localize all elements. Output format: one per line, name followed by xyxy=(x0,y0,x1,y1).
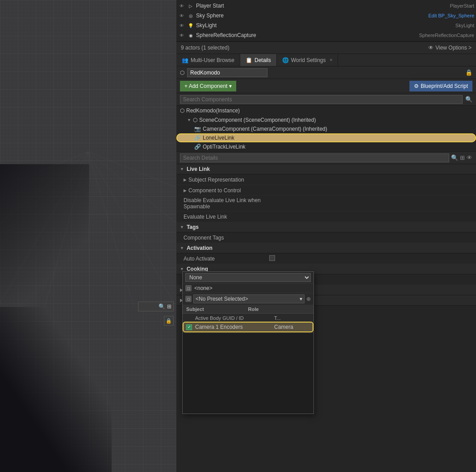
dropdown-table-row-highlighted[interactable]: ✓ Camera 1 Encoders Camera xyxy=(183,322,313,332)
tree-arrow-icon: ▼ xyxy=(187,118,191,122)
auto-activate-checkbox[interactable] xyxy=(269,255,275,261)
prop-value-auto-activate xyxy=(269,255,472,262)
dropdown-none-row[interactable]: None xyxy=(183,272,313,284)
actor-label: SkyLight xyxy=(196,22,454,29)
row-subject: Camera 1 Encoders xyxy=(195,324,271,330)
world-icon: 🌐 xyxy=(282,57,289,63)
blueprint-add-script-button[interactable]: ⚙ Blueprint/Add Script xyxy=(409,81,472,91)
dropdown-table-row[interactable]: Active Body GUID / ID T... xyxy=(183,315,313,322)
table-row[interactable]: 👁 ▷ Player Start PlayerStart xyxy=(176,1,476,11)
tree-root-label: RedKomodo(Instance) xyxy=(186,108,240,114)
preset-icon: ◻ xyxy=(185,296,192,302)
actor-label: Sky Sphere xyxy=(196,12,426,19)
tree-node-label: OptiTrackLiveLink xyxy=(203,144,246,150)
preset-label: <No Preset Selected> xyxy=(196,296,248,302)
prop-label: Auto Activate xyxy=(180,256,269,262)
actor-icon-skysphere: ◎ xyxy=(187,12,194,19)
add-component-button[interactable]: + Add Component ▾ xyxy=(180,81,236,91)
table-row[interactable]: 👁 ◉ SphereReflectionCapture SphereReflec… xyxy=(176,30,476,40)
none-dropdown-select[interactable]: None xyxy=(185,273,311,282)
section-activation[interactable]: ▼ Activation xyxy=(176,243,476,253)
lock-icon[interactable]: 🔒 xyxy=(465,69,472,76)
details-settings-icon[interactable]: 👁 xyxy=(467,154,472,161)
viewport-search-icon: 🔍 xyxy=(159,303,165,310)
section-arrow-icon: ▼ xyxy=(180,167,184,171)
row-checkbox[interactable]: ✓ xyxy=(186,324,192,330)
view-icon: 👁 xyxy=(428,45,434,51)
viewport: 🔒 🔍 ⊞ xyxy=(0,0,176,472)
tab-close-world[interactable]: × xyxy=(330,58,333,62)
tree-node-icon: ⬡ xyxy=(193,117,197,123)
actor-type: PlayerStart xyxy=(450,3,474,8)
status-bar: 9 actors (1 selected) 👁 View Options > xyxy=(176,41,476,54)
details-grid-icon[interactable]: ⊞ xyxy=(460,154,465,161)
dropdown-preset-row: ◻ <No Preset Selected> ▾ ⊕ xyxy=(183,293,313,305)
prop-label: Disable Evaluate Live Link when Spawnabl… xyxy=(180,197,269,210)
preset-select[interactable]: <No Preset Selected> ▾ xyxy=(193,294,305,303)
tree-node-icon: 📷 xyxy=(194,126,201,132)
viewport-mini-lock[interactable]: 🔒 xyxy=(164,316,174,326)
subject-none-icon: ◻ xyxy=(185,285,192,291)
actor-count: 9 actors (1 selected) xyxy=(181,45,230,51)
multiuser-icon: 👥 xyxy=(182,57,188,63)
visibility-icon[interactable]: 👁 xyxy=(178,12,185,19)
subject-dropdown-overlay: None ◻ <none> ◻ <No Preset Selected> ▾ ⊕… xyxy=(182,271,314,414)
search-icon[interactable]: 🔍 xyxy=(465,96,472,103)
tab-details[interactable]: 📋 Details xyxy=(240,54,277,66)
visibility-icon[interactable]: 👁 xyxy=(178,32,185,39)
table-row[interactable]: 👁 ◎ Sky Sphere Edit BP_Sky_Sphere xyxy=(176,11,476,21)
svg-line-5 xyxy=(88,152,176,223)
prop-disable-evaluate: Disable Evaluate Live Link when Spawnabl… xyxy=(176,196,476,211)
svg-line-3 xyxy=(88,152,134,307)
dropdown-empty-area xyxy=(183,333,313,414)
prop-subject-representation: ▶ Subject Representation xyxy=(176,174,476,185)
tree-root: ⬡ RedKomodo(Instance) xyxy=(176,106,476,116)
tree-row[interactable]: 📷 CameraComponent (CameraComponent) (Inh… xyxy=(176,124,476,133)
toolbar: + Add Component ▾ ⚙ Blueprint/Add Script xyxy=(176,79,476,93)
actor-bar-icon: ⬡ xyxy=(180,70,184,76)
visibility-icon[interactable]: 👁 xyxy=(178,2,185,9)
section-live-link[interactable]: ▼ Live Link xyxy=(176,164,476,174)
tab-multiuser[interactable]: 👥 Multi-User Browse xyxy=(176,54,240,66)
table-row[interactable]: 👁 💡 SkyLight SkyLight xyxy=(176,21,476,30)
outliner-list: 👁 ▷ Player Start PlayerStart 👁 ◎ Sky Sph… xyxy=(176,0,476,41)
expand-icon: ▶ xyxy=(184,178,187,182)
row-subject-partial: Active Body GUID / ID xyxy=(195,315,271,321)
details-icon: 📋 xyxy=(246,57,252,63)
prop-label: Evaluate Live Link xyxy=(180,214,269,220)
tree-root-icon: ⬡ xyxy=(180,108,184,114)
actor-label: SphereReflectionCapture xyxy=(196,32,417,38)
row-role-partial: T... xyxy=(274,315,310,321)
row-check: ✓ xyxy=(186,324,192,330)
details-search-input[interactable] xyxy=(180,153,449,162)
visibility-icon[interactable]: 👁 xyxy=(178,22,185,29)
viewport-search-bar[interactable]: 🔍 ⊞ xyxy=(138,302,174,311)
dropdown-subject-none: ◻ <none> xyxy=(183,284,313,293)
tree-row[interactable]: ▼ ⬡ SceneComponent (SceneComponent) (Inh… xyxy=(176,116,476,124)
section-arrow-icon: ▼ xyxy=(180,246,184,250)
actor-type: SphereReflectionCapture xyxy=(419,33,474,38)
row-role: Camera xyxy=(274,324,310,330)
details-search-bar: 🔍 ⊞ 👁 xyxy=(176,152,476,164)
col-subject-header: Subject xyxy=(186,306,248,312)
search-components-input[interactable] xyxy=(180,95,463,104)
prop-label[interactable]: ▶ Component to Control xyxy=(180,187,269,194)
viewport-grid-icon: ⊞ xyxy=(167,303,171,310)
tree-row[interactable]: 🔗 OptiTrackLiveLink xyxy=(176,142,476,151)
section-arrow-icon: ▼ xyxy=(180,225,184,229)
tab-world-settings[interactable]: 🌐 World Settings × xyxy=(277,54,338,66)
tree-node-label: CameraComponent (CameraComponent) (Inher… xyxy=(203,126,327,132)
prop-component-to-control: ▶ Component to Control xyxy=(176,185,476,196)
prop-label[interactable]: ▶ Subject Representation xyxy=(180,177,269,183)
tree-node-icon: 🔗 xyxy=(194,135,201,141)
view-options-button[interactable]: 👁 View Options > xyxy=(428,45,472,51)
viewport-search-input[interactable] xyxy=(140,304,157,309)
details-search-icon[interactable]: 🔍 xyxy=(451,154,458,161)
preset-action-icon[interactable]: ⊕ xyxy=(306,296,311,302)
actor-type-link[interactable]: Edit BP_Sky_Sphere xyxy=(428,13,474,18)
tree-row-selected[interactable]: 🔗 LoneLiveLink xyxy=(176,133,476,142)
actor-name-input[interactable] xyxy=(187,68,267,77)
section-tags[interactable]: ▼ Tags xyxy=(176,222,476,232)
actor-icon-skylight: 💡 xyxy=(187,22,194,29)
svg-line-6 xyxy=(88,152,176,187)
